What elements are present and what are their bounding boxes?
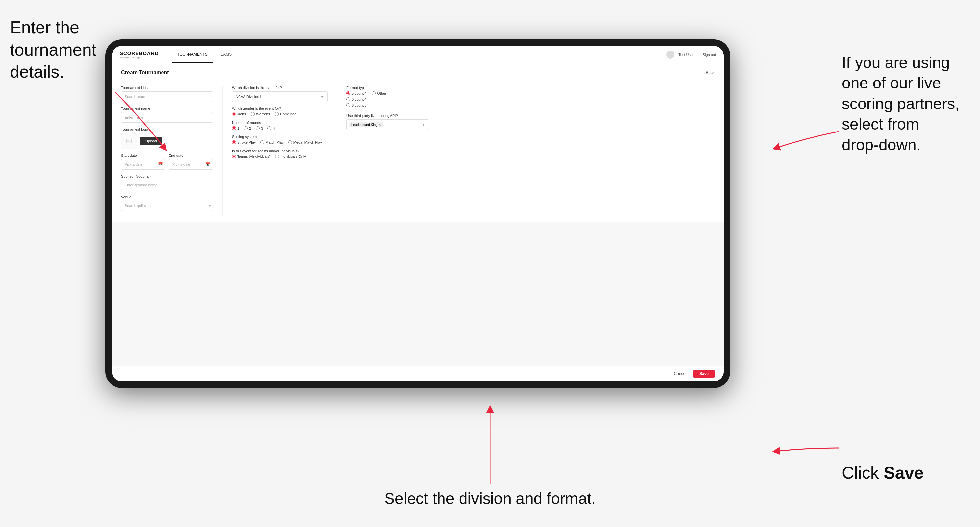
division-select-wrap: NCAA Division I (232, 91, 328, 102)
arrow-top-left (99, 89, 171, 154)
gender-label: Which gender is the event for? (232, 106, 328, 111)
format-options: 5 count 4 Other 6 count 4 (347, 91, 429, 107)
calendar-icon-end: 📅 (205, 162, 210, 167)
teams-teams[interactable]: Teams (+Individuals) (232, 154, 270, 159)
scoring-label: Scoring system (232, 135, 328, 139)
division-group: Which division is the event for? NCAA Di… (232, 86, 328, 102)
gender-radio-group: Mens Womens Combined (232, 112, 328, 116)
brand-sub: Powered by clippi (120, 56, 159, 59)
api-select-wrap: Leaderboard King × ▾ ‹ (347, 119, 429, 130)
calendar-icon-start: 📅 (158, 162, 163, 167)
teams-label: Is this event for Teams and/or Individua… (232, 149, 328, 153)
navbar: SCOREBOARD Powered by clippi TOURNAMENTS… (112, 46, 724, 63)
api-label: Use third-party live scoring API? (347, 114, 429, 118)
rounds-1[interactable]: 1 (232, 126, 239, 130)
date-row: Start date 📅 End date (121, 154, 213, 170)
form-columns: Tournament Host Tournament name Tourname… (121, 86, 714, 216)
arrow-bottom-center (488, 405, 492, 484)
brand: SCOREBOARD Powered by clippi (120, 50, 159, 59)
scoring-radio-group: Stroke Play Match Play Medal Match Play (232, 140, 328, 144)
form-col3: Format type 5 count 4 Other (337, 86, 429, 216)
format-row-3: 6 count 5 (347, 103, 429, 107)
division-label: Which division is the event for? (232, 86, 328, 90)
rounds-3[interactable]: 3 (256, 126, 263, 130)
avatar (667, 51, 675, 59)
save-button[interactable]: Save (694, 370, 714, 378)
rounds-label: Number of rounds (232, 121, 328, 125)
form-title: Create Tournament (121, 70, 169, 76)
venue-chevron-icon: ▾ (209, 204, 210, 208)
tab-teams[interactable]: TEAMS (213, 46, 237, 63)
api-chevron-icon: ▾ ‹ (423, 123, 426, 127)
end-date-wrap: 📅 (169, 159, 213, 170)
save-bold: Save (884, 463, 923, 482)
start-date-group: Start date 📅 (121, 154, 165, 170)
format-6count4[interactable]: 6 count 4 (347, 97, 429, 101)
user-name: Test User (678, 52, 694, 57)
end-date-group: End date 📅 (169, 154, 213, 170)
tablet-frame: SCOREBOARD Powered by clippi TOURNAMENTS… (105, 40, 730, 388)
annotation-bottom-center: Select the division and format. (384, 489, 596, 509)
rounds-2[interactable]: 2 (244, 126, 251, 130)
gender-womens[interactable]: Womens (251, 112, 270, 116)
gender-group: Which gender is the event for? Mens Wome… (232, 106, 328, 116)
gender-mens[interactable]: Mens (232, 112, 246, 116)
venue-label: Venue (121, 195, 213, 199)
scoring-medal[interactable]: Medal Match Play (288, 140, 322, 144)
format-5count4[interactable]: 5 count 4 (347, 91, 366, 95)
teams-group: Is this event for Teams and/or Individua… (232, 149, 328, 159)
api-select-tag[interactable]: Leaderboard King × (347, 119, 429, 130)
teams-radio-group: Teams (+Individuals) Individuals Only (232, 154, 328, 159)
venue-select-wrap: ▾ (121, 200, 213, 211)
annotation-top-right: If you are usingone of our livescoring p… (842, 52, 974, 155)
sponsor-group: Sponsor (optional) (121, 174, 213, 190)
gender-combined[interactable]: Combined (275, 112, 296, 116)
format-label: Format type (347, 86, 429, 90)
back-link[interactable]: Back (703, 70, 714, 75)
cancel-button[interactable]: Cancel (670, 370, 690, 378)
dates-group: Start date 📅 End date (121, 154, 213, 170)
division-select[interactable]: NCAA Division I (232, 91, 328, 102)
form-container: Create Tournament Back Tournament Host T… (112, 63, 724, 222)
sponsor-label: Sponsor (optional) (121, 174, 213, 178)
teams-individuals[interactable]: Individuals Only (275, 154, 306, 159)
api-tag-close[interactable]: × (379, 123, 381, 127)
format-row-2: 6 count 4 (347, 97, 429, 101)
format-other[interactable]: Other (372, 91, 386, 95)
venue-input[interactable] (121, 200, 213, 211)
sponsor-input[interactable] (121, 180, 213, 190)
signout-link[interactable]: Sign out (703, 52, 716, 57)
arrow-bottom-right (773, 435, 838, 461)
brand-title: SCOREBOARD (120, 50, 159, 56)
format-6count5[interactable]: 6 count 5 (347, 103, 429, 107)
main-content: Create Tournament Back Tournament Host T… (112, 63, 724, 366)
form-footer: Cancel Save (112, 366, 724, 381)
end-date-label: End date (169, 154, 213, 157)
tab-tournaments[interactable]: TOURNAMENTS (172, 46, 213, 63)
rounds-group: Number of rounds 1 2 3 (232, 121, 328, 130)
arrow-top-right (773, 125, 838, 158)
scoring-group: Scoring system Stroke Play Match Play Me… (232, 135, 328, 144)
api-group: Use third-party live scoring API? Leader… (347, 114, 429, 130)
annotation-top-left: Enter thetournamentdetails. (10, 16, 102, 83)
format-row-1: 5 count 4 Other (347, 91, 429, 95)
tablet-screen: SCOREBOARD Powered by clippi TOURNAMENTS… (112, 46, 724, 381)
start-date-wrap: 📅 (121, 159, 165, 170)
form-header: Create Tournament Back (121, 70, 714, 79)
format-group: Format type 5 count 4 Other (347, 86, 429, 107)
signout-separator: | (698, 52, 699, 57)
scoring-stroke[interactable]: Stroke Play (232, 140, 256, 144)
api-tag: Leaderboard King × (349, 122, 383, 127)
scoring-match[interactable]: Match Play (260, 140, 283, 144)
rounds-radio-group: 1 2 3 4 (232, 126, 328, 130)
venue-group: Venue ▾ (121, 195, 213, 211)
form-col2: Which division is the event for? NCAA Di… (223, 86, 328, 216)
navbar-tabs: TOURNAMENTS TEAMS (172, 46, 237, 63)
navbar-right: Test User | Sign out (667, 51, 716, 59)
annotation-bottom-right: Click Save (842, 462, 974, 484)
rounds-4[interactable]: 4 (267, 126, 275, 130)
